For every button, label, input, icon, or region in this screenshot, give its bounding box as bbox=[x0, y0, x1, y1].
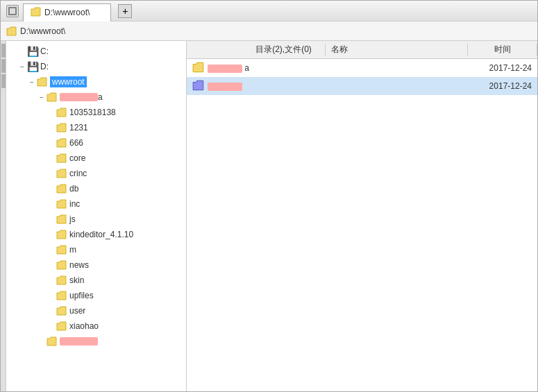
folder-icon-1231 bbox=[56, 122, 67, 133]
folder-icon-redacted-bottom bbox=[47, 336, 58, 347]
tree-panel: 💾 C: − 💾 D: − wwwroot − bbox=[6, 41, 187, 391]
folder-icon-crinc bbox=[56, 168, 67, 179]
folder-icon-1035318138 bbox=[56, 107, 67, 118]
expand-news bbox=[47, 260, 56, 270]
sidebar-bar-item bbox=[1, 59, 6, 73]
file-folder-icon-1 bbox=[192, 62, 205, 74]
folder-icon-news bbox=[56, 259, 67, 271]
expand-js bbox=[47, 214, 56, 224]
tree-node-user[interactable]: user bbox=[6, 303, 186, 318]
new-tab-button[interactable]: + bbox=[118, 4, 132, 18]
tree-node-crinc[interactable]: crinc bbox=[6, 166, 186, 181]
expand-1035318138 bbox=[47, 108, 56, 117]
tree-node-c-drive[interactable]: 💾 C: bbox=[6, 44, 186, 59]
folder-icon-db bbox=[56, 183, 67, 194]
file-row[interactable]: a 2017-12-24 bbox=[187, 59, 537, 77]
file-row[interactable]: 2017-12-24 bbox=[187, 77, 537, 95]
tree-label-xiaohao: xiaohao bbox=[69, 321, 99, 331]
folder-icon-upfiles bbox=[56, 290, 67, 301]
folder-icon-m bbox=[56, 244, 67, 255]
col-header-date: 时间 bbox=[468, 44, 537, 56]
sidebar-bar-item bbox=[1, 44, 6, 58]
tree-label-kindeditor: kindeditor_4.1.10 bbox=[69, 230, 133, 239]
disk-icon-c: 💾 bbox=[27, 46, 38, 57]
sidebar-bar-item bbox=[1, 74, 6, 88]
tree-label-js: js bbox=[69, 214, 76, 224]
tree-label-db: db bbox=[69, 184, 78, 194]
tree-label-user: user bbox=[69, 306, 85, 316]
tree-node-666[interactable]: 666 bbox=[6, 135, 186, 151]
tree-node-xiaohao[interactable]: xiaohao bbox=[6, 318, 186, 334]
folder-icon-js bbox=[56, 214, 67, 225]
expand-666 bbox=[47, 138, 56, 148]
tree-node-kindeditor[interactable]: kindeditor_4.1.10 bbox=[6, 227, 186, 242]
folder-icon-skin bbox=[56, 275, 67, 286]
window-icon bbox=[6, 5, 19, 17]
active-tab[interactable]: D:\wwwroot\ bbox=[23, 3, 111, 22]
tree-label-redacted bbox=[60, 93, 98, 101]
tree-label-m: m bbox=[69, 245, 76, 255]
tree-node-news[interactable]: news bbox=[6, 257, 186, 273]
tree-label-inc: inc bbox=[69, 199, 80, 209]
expand-redacted: − bbox=[37, 92, 47, 102]
tree-node-wwwroot[interactable]: − wwwroot bbox=[6, 74, 186, 90]
expand-m bbox=[47, 245, 56, 255]
svg-rect-0 bbox=[9, 8, 16, 15]
address-bar: D:\wwwroot\ bbox=[1, 22, 537, 41]
tree-node-skin[interactable]: skin bbox=[6, 273, 186, 288]
window-controls bbox=[6, 5, 19, 17]
tree-label-skin: skin bbox=[69, 275, 84, 285]
folder-address-icon bbox=[6, 26, 17, 37]
tree-node-redacted-bottom[interactable] bbox=[6, 334, 186, 349]
address-text: D:\wwwroot\ bbox=[20, 26, 65, 36]
expand-db bbox=[47, 184, 56, 194]
tree-label-news: news bbox=[69, 260, 89, 270]
expand-xiaohao bbox=[47, 321, 56, 331]
folder-icon-core bbox=[56, 153, 67, 164]
tree-label-d: D: bbox=[40, 62, 49, 71]
tree-label-666: 666 bbox=[69, 138, 83, 148]
tree-node-d-drive[interactable]: − 💾 D: bbox=[6, 59, 186, 74]
folder-icon-kindeditor bbox=[56, 229, 67, 240]
tree-node-1035318138[interactable]: 1035318138 bbox=[6, 105, 186, 120]
tree-node-js[interactable]: js bbox=[6, 212, 186, 227]
expand-user bbox=[47, 306, 56, 316]
tree-node-inc[interactable]: inc bbox=[6, 196, 186, 212]
tree-node-redacted-parent[interactable]: − a bbox=[6, 90, 186, 105]
tree-label-1231: 1231 bbox=[69, 123, 88, 133]
tree-label-wwwroot: wwwroot bbox=[50, 76, 87, 87]
file-list: a 2017-12-24 2017-12-24 bbox=[187, 59, 537, 391]
file-name-1: a bbox=[208, 63, 462, 73]
tree-node-db[interactable]: db bbox=[6, 181, 186, 196]
expand-d: − bbox=[17, 62, 27, 71]
folder-icon-redacted bbox=[47, 92, 58, 103]
tree-label-crinc: crinc bbox=[69, 169, 87, 178]
tree-node-m[interactable]: m bbox=[6, 242, 186, 257]
file-date-1: 2017-12-24 bbox=[462, 63, 532, 73]
folder-icon-xiaohao bbox=[56, 321, 67, 332]
tree-label-1035318138: 1035318138 bbox=[69, 108, 116, 117]
tree-label-upfiles: upfiles bbox=[69, 291, 94, 300]
file-name-2 bbox=[208, 81, 462, 91]
file-folder-icon-2 bbox=[192, 80, 205, 92]
disk-icon-d: 💾 bbox=[27, 61, 38, 72]
expand-c bbox=[17, 46, 27, 56]
col-header-name: 名称 bbox=[326, 44, 468, 56]
column-headers: 目录(2),文件(0) 名称 时间 bbox=[187, 41, 537, 59]
title-bar: D:\wwwroot\ + bbox=[1, 1, 537, 22]
tree-label-core: core bbox=[69, 153, 85, 163]
left-sidebar-bar bbox=[1, 41, 6, 391]
folder-icon-inc bbox=[56, 198, 67, 210]
tree-label-c: C: bbox=[40, 46, 49, 56]
expand-upfiles bbox=[47, 291, 56, 300]
expand-redacted-bottom bbox=[37, 336, 47, 346]
main-content: 💾 C: − 💾 D: − wwwroot − bbox=[1, 41, 537, 391]
tree-node-upfiles[interactable]: upfiles bbox=[6, 288, 186, 303]
tree-node-1231[interactable]: 1231 bbox=[6, 120, 186, 135]
file-date-2: 2017-12-24 bbox=[462, 81, 532, 91]
tree-node-core[interactable]: core bbox=[6, 151, 186, 166]
expand-wwwroot: − bbox=[27, 77, 37, 87]
folder-icon-666 bbox=[56, 137, 67, 148]
tree-label-redacted-suffix: a bbox=[98, 92, 103, 102]
right-panel: 目录(2),文件(0) 名称 时间 bbox=[187, 41, 537, 391]
